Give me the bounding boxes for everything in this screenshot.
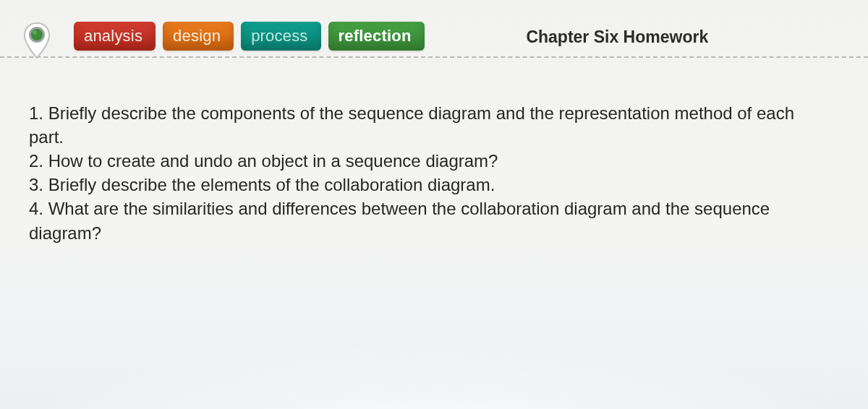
question-item: 1. Briefly describe the components of th… [29,101,825,149]
tab-label: analysis [84,27,142,46]
page-title: Chapter Six Homework [425,27,868,51]
header-row: analysis design process reflection Chapt… [0,22,868,58]
tab-label: reflection [339,27,412,46]
svg-point-2 [33,30,37,35]
tab-label: process [251,27,307,46]
question-item: 2. How to create and undo an object in a… [29,149,825,173]
question-item: 4. What are the similarities and differe… [29,197,825,244]
tab-bar: analysis design process reflection [74,22,425,51]
tab-process[interactable]: process [241,22,320,51]
map-pin-icon [22,22,52,58]
question-item: 3. Briefly describe the elements of the … [29,173,825,197]
question-list: 1. Briefly describe the components of th… [29,101,825,245]
tab-reflection[interactable]: reflection [328,22,425,51]
tab-design[interactable]: design [163,22,234,51]
svg-point-1 [31,29,43,40]
tab-analysis[interactable]: analysis [74,22,156,51]
tab-label: design [173,27,221,46]
